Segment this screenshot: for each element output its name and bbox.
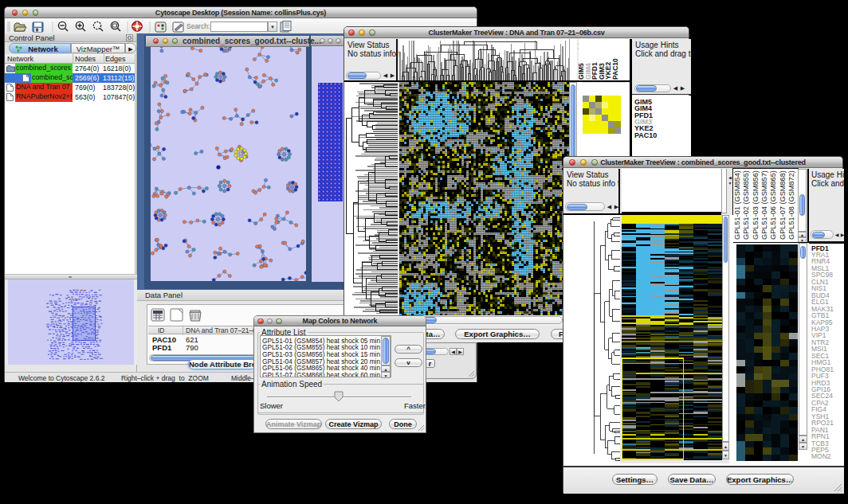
svg-text:GPL51-02 (GSM855): GPL51-02 (GSM855) [742,170,750,240]
svg-text:GPL51-07 (GSM868): GPL51-07 (GSM868) [779,170,787,240]
svg-text:GPL51-08 (GSM872): GPL51-08 (GSM872) [787,170,795,240]
svg-text:GPL51-04 (GSM857): GPL51-04 (GSM857) [760,170,768,240]
svg-text:GPL51-06 (GSM865): GPL51-06 (GSM865) [769,170,777,240]
svg-text:GPL51-01 (GSM854): GPL51-01 (GSM854) [733,170,741,240]
svg-text:GPL51-03 (GSM856): GPL51-03 (GSM856) [752,170,760,240]
svg-text:PAC10: PAC10 [611,58,619,80]
